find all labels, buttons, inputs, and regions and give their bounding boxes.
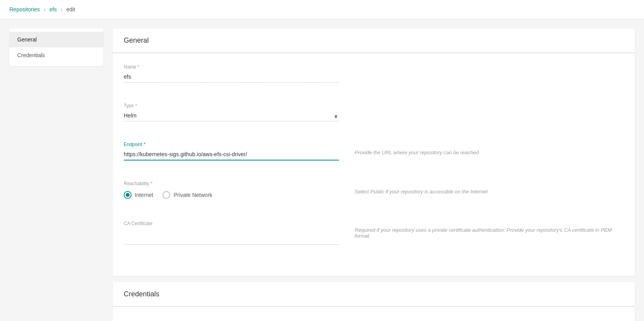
credentials-type-row: Type ▾ Select the method you would like … bbox=[124, 318, 624, 321]
radio-internet-circle bbox=[124, 191, 132, 199]
name-hint bbox=[355, 64, 624, 72]
name-label: Name * bbox=[124, 64, 339, 70]
name-field-group: Name * bbox=[124, 64, 339, 92]
endpoint-input[interactable] bbox=[124, 150, 339, 160]
reachability-row: Reachability * Internet Private Network bbox=[124, 181, 624, 208]
reachability-label: Reachability * bbox=[124, 181, 339, 186]
radio-internet-label: Internet bbox=[135, 192, 153, 198]
breadcrumb-sep-2: › bbox=[61, 6, 63, 13]
ca-cert-input[interactable] bbox=[124, 229, 339, 245]
breadcrumb-repositories[interactable]: Repositories bbox=[9, 6, 40, 13]
breadcrumb-edit: edit bbox=[66, 6, 75, 13]
general-card: General Name * bbox=[113, 29, 635, 276]
main-content: General Name * bbox=[113, 29, 635, 321]
reachability-field-group: Reachability * Internet Private Network bbox=[124, 181, 339, 208]
general-card-body: Name * Type * Helm bbox=[113, 53, 635, 276]
breadcrumb-efs[interactable]: efs bbox=[49, 6, 57, 13]
type-row: Type * Helm Docker OCI ▾ bbox=[124, 103, 624, 131]
endpoint-field-group: Endpoint * bbox=[124, 142, 339, 170]
type-label: Type * bbox=[124, 103, 339, 108]
endpoint-hint: Provide the URL where your repository ca… bbox=[355, 142, 624, 155]
sidebar-item-general[interactable]: General bbox=[9, 32, 103, 47]
name-input[interactable] bbox=[124, 72, 339, 83]
endpoint-label: Endpoint * bbox=[124, 142, 339, 147]
ca-cert-row: CA Certificate Required if your reposito… bbox=[124, 219, 624, 254]
sidebar: General Credentials bbox=[9, 29, 103, 66]
breadcrumb-sep-1: › bbox=[44, 6, 46, 13]
ca-cert-field-group: CA Certificate bbox=[124, 219, 339, 254]
credentials-card-header: Credentials bbox=[113, 282, 635, 307]
type-field-group: Type * Helm Docker OCI ▾ bbox=[124, 103, 339, 131]
reachability-hint: Select Public if your repository is acce… bbox=[355, 181, 624, 195]
type-hint bbox=[355, 103, 624, 111]
type-select-wrapper: Helm Docker OCI ▾ bbox=[124, 111, 339, 121]
radio-private-label: Private Network bbox=[173, 192, 212, 198]
name-row: Name * bbox=[124, 64, 624, 92]
radio-group: Internet Private Network bbox=[124, 191, 339, 199]
credentials-card-body: Type ▾ Select the method you would like … bbox=[113, 307, 635, 321]
ca-cert-hint: Required if your repository uses a priva… bbox=[355, 219, 624, 239]
radio-internet-option[interactable]: Internet bbox=[124, 191, 153, 199]
general-card-header: General bbox=[113, 29, 635, 53]
breadcrumb: Repositories › efs › edit bbox=[0, 0, 644, 19]
page-layout: General Credentials General Name * bbox=[0, 19, 644, 321]
ca-cert-label: CA Certificate bbox=[124, 221, 339, 226]
radio-private-option[interactable]: Private Network bbox=[162, 191, 212, 199]
sidebar-item-credentials[interactable]: Credentials bbox=[9, 47, 103, 63]
radio-private-circle bbox=[162, 191, 170, 199]
credentials-card: Credentials Type ▾ bbox=[113, 282, 635, 321]
type-select[interactable]: Helm Docker OCI bbox=[124, 111, 339, 121]
endpoint-row: Endpoint * Provide the URL where your re… bbox=[124, 142, 624, 170]
